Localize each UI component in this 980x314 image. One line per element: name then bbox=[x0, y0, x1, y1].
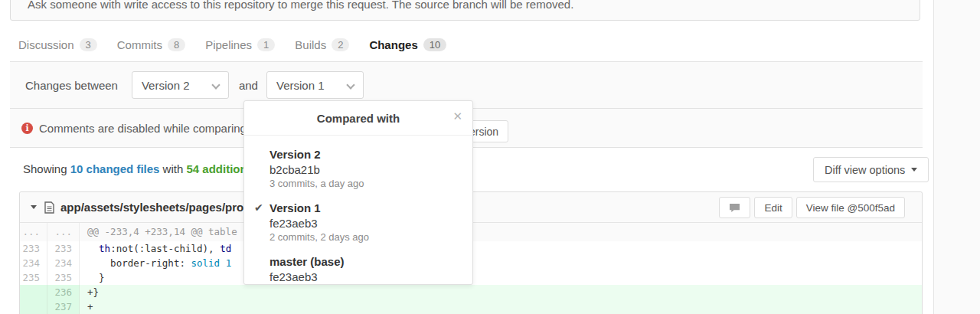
comments-disabled-text: Comments are disabled while comparing tw bbox=[39, 122, 261, 135]
old-line-number[interactable]: 235 bbox=[20, 270, 47, 285]
old-line-number[interactable] bbox=[20, 299, 47, 314]
page-right-gutter bbox=[933, 0, 980, 314]
old-line-number[interactable]: ... bbox=[20, 223, 47, 241]
version-sha: b2cba21b bbox=[270, 162, 461, 177]
and-label: and bbox=[239, 79, 258, 92]
file-path[interactable]: app/assets/stylesheets/pages/profile bbox=[60, 201, 260, 214]
merge-help-text: Ask someone with write access to this re… bbox=[28, 0, 573, 11]
diff-view-options-label: Diff view options bbox=[825, 164, 905, 176]
tab-label: Pipelines bbox=[205, 38, 252, 51]
caret-down-icon bbox=[911, 168, 917, 172]
right-version-select[interactable]: Version 1 bbox=[266, 71, 364, 99]
tab-count-badge: 10 bbox=[423, 38, 446, 51]
version-list: Version 2b2cba21b3 commits, a day ago✔Ve… bbox=[244, 136, 472, 295]
view-file-button-label: View file @500f5ad bbox=[806, 202, 895, 214]
file-header-buttons: Edit View file @500f5ad bbox=[715, 197, 905, 218]
tab-changes[interactable]: Changes 10 bbox=[361, 28, 455, 61]
version-sha: fe23aeb3 bbox=[270, 216, 461, 231]
tab-count-badge: 8 bbox=[168, 38, 185, 51]
merge-request-tabs: Discussion 3 Commits 8 Pipelines 1 Build… bbox=[10, 28, 923, 61]
version-meta: 3 commits, a day ago bbox=[270, 177, 461, 190]
new-line-number[interactable]: 234 bbox=[47, 256, 80, 270]
summary-middle: with bbox=[159, 162, 186, 175]
version-sha: fe23aeb3 bbox=[270, 270, 461, 284]
version-name: Version 2 bbox=[270, 147, 461, 162]
chevron-down-icon bbox=[346, 80, 354, 89]
edit-button-label: Edit bbox=[764, 202, 782, 214]
version-name: Version 1 bbox=[270, 201, 461, 216]
close-icon[interactable]: ✕ bbox=[452, 110, 462, 122]
new-line-number[interactable]: 233 bbox=[47, 241, 80, 256]
diff-line-code: th:not(:last-child), td bbox=[80, 241, 922, 256]
tab-discussion[interactable]: Discussion 3 bbox=[10, 28, 106, 61]
changes-between-label: Changes between bbox=[25, 79, 118, 92]
diff-line-code: border-right: solid 1 bbox=[80, 256, 922, 270]
diff-line-code: +} bbox=[80, 285, 922, 299]
new-line-number[interactable]: 237 bbox=[47, 299, 80, 314]
tab-count-badge: 1 bbox=[257, 38, 275, 51]
diff-summary: Showing 10 changed files with 54 additio… bbox=[23, 162, 276, 175]
tab-label: Discussion bbox=[18, 38, 74, 51]
check-icon: ✔ bbox=[254, 201, 263, 214]
tab-label: Changes bbox=[369, 38, 417, 51]
version-option[interactable]: Version 2b2cba21b3 commits, a day ago bbox=[244, 147, 472, 201]
left-version-value: Version 2 bbox=[142, 79, 190, 92]
tab-count-badge: 3 bbox=[80, 38, 97, 51]
view-file-button[interactable]: View file @500f5ad bbox=[796, 197, 905, 218]
old-line-number[interactable]: 233 bbox=[20, 241, 47, 256]
collapse-file-icon[interactable] bbox=[31, 205, 37, 209]
old-line-number[interactable] bbox=[20, 285, 47, 299]
tab-builds[interactable]: Builds 2 bbox=[286, 28, 358, 61]
tab-label: Builds bbox=[295, 38, 326, 51]
left-version-select[interactable]: Version 2 bbox=[132, 71, 229, 99]
diff-view-options-button[interactable]: Diff view options bbox=[813, 157, 929, 182]
changed-files-link[interactable]: 10 changed files bbox=[70, 162, 160, 175]
tab-pipelines[interactable]: Pipelines 1 bbox=[197, 28, 283, 61]
toggle-comments-button[interactable] bbox=[719, 197, 750, 218]
version-name: master (base) bbox=[270, 254, 461, 270]
compared-with-dropdown: Compared with ✕ Version 2b2cba21b3 commi… bbox=[243, 100, 473, 285]
chevron-down-icon bbox=[211, 80, 220, 89]
file-text-icon bbox=[44, 201, 54, 214]
latest-version-button-label: ersion bbox=[469, 126, 498, 138]
tab-commits[interactable]: Commits 8 bbox=[109, 28, 194, 61]
comment-icon bbox=[729, 203, 740, 213]
new-line-number[interactable]: 235 bbox=[47, 270, 80, 285]
diff-line-code: } bbox=[80, 270, 922, 285]
old-line-number[interactable]: 234 bbox=[20, 256, 47, 270]
edit-file-button[interactable]: Edit bbox=[754, 197, 792, 218]
dropdown-title: Compared with bbox=[317, 112, 400, 125]
diff-line-code: + bbox=[80, 299, 922, 314]
version-option[interactable]: ✔Version 1fe23aeb32 commits, 2 days ago bbox=[244, 201, 472, 254]
warning-icon: i bbox=[21, 123, 33, 134]
summary-prefix: Showing bbox=[23, 162, 70, 175]
merge-help-flash: Ask someone with write access to this re… bbox=[10, 0, 920, 21]
diff-line: 237+ bbox=[20, 299, 922, 314]
version-option[interactable]: master (base)fe23aeb3 bbox=[244, 254, 472, 295]
new-line-number[interactable]: ... bbox=[47, 223, 80, 241]
new-line-number[interactable]: 236 bbox=[47, 285, 80, 299]
tab-label: Commits bbox=[117, 38, 162, 51]
version-meta: 2 commits, 2 days ago bbox=[270, 231, 461, 244]
right-version-value: Version 1 bbox=[276, 79, 325, 92]
diff-line-code: @@ -233,4 +233,14 @@ table bbox=[80, 223, 922, 241]
dropdown-header: Compared with ✕ bbox=[244, 101, 472, 136]
tab-count-badge: 2 bbox=[332, 38, 349, 51]
